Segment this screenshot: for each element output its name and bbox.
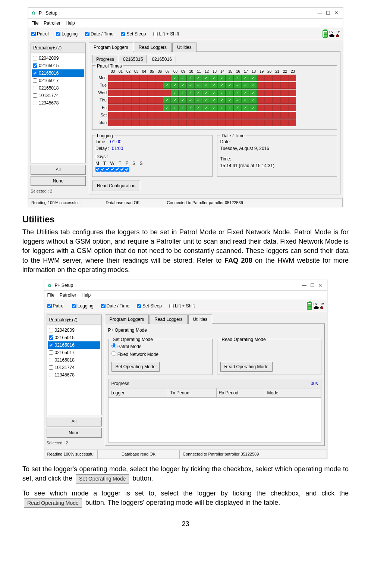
- patrol-cell[interactable]: [163, 75, 171, 81]
- patrol-cell[interactable]: [249, 119, 257, 126]
- patrol-cell[interactable]: [202, 75, 210, 81]
- menu-help[interactable]: Help: [82, 292, 91, 298]
- patrol-cell[interactable]: [273, 82, 280, 89]
- patrol-cell[interactable]: [147, 119, 155, 126]
- patrol-cell[interactable]: [163, 97, 171, 104]
- patrol-cell[interactable]: [226, 97, 233, 104]
- patrol-cell[interactable]: [288, 90, 296, 96]
- menu-file[interactable]: File: [47, 292, 54, 298]
- patrol-cell[interactable]: [132, 82, 139, 89]
- patrol-cell[interactable]: [265, 75, 273, 81]
- patrol-cell[interactable]: [218, 119, 226, 126]
- menu-patroller[interactable]: Patroller: [60, 292, 76, 298]
- patrol-cell[interactable]: [257, 82, 265, 89]
- patrol-cell[interactable]: [226, 119, 233, 126]
- patrol-cell[interactable]: [171, 104, 179, 111]
- patrol-cell[interactable]: [194, 104, 202, 111]
- patrol-cell[interactable]: [218, 112, 226, 119]
- patrol-cell[interactable]: [155, 104, 163, 111]
- patrol-cell[interactable]: [194, 119, 202, 126]
- patrol-cell[interactable]: [249, 104, 257, 111]
- patrol-cell[interactable]: [108, 82, 116, 89]
- patrol-cell[interactable]: [139, 112, 147, 119]
- patrol-cell[interactable]: [116, 112, 124, 119]
- patrol-cell[interactable]: [124, 119, 132, 126]
- patrol-cell[interactable]: [226, 75, 233, 81]
- logger-row[interactable]: 02042009: [48, 326, 100, 334]
- patrol-cell[interactable]: [273, 112, 280, 119]
- patrol-cell[interactable]: [218, 75, 226, 81]
- patrol-cell[interactable]: [132, 112, 139, 119]
- patrol-cell[interactable]: [226, 90, 233, 96]
- patrol-cell[interactable]: [280, 119, 288, 126]
- patrol-cell[interactable]: [186, 82, 194, 89]
- patrol-cell[interactable]: [202, 104, 210, 111]
- patrol-cell[interactable]: [249, 82, 257, 89]
- patrol-cell[interactable]: [186, 90, 194, 96]
- patrol-cell[interactable]: [241, 104, 249, 111]
- patrol-cell[interactable]: [171, 119, 179, 126]
- patrol-cell[interactable]: [163, 112, 171, 119]
- patrol-cell[interactable]: [132, 75, 139, 81]
- patrol-cell[interactable]: [202, 82, 210, 89]
- patrol-cell[interactable]: [233, 97, 241, 104]
- patrol-cell[interactable]: [280, 75, 288, 81]
- patrol-cell[interactable]: [179, 75, 186, 81]
- patrol-cell[interactable]: [179, 90, 186, 96]
- patrol-cell[interactable]: [210, 75, 218, 81]
- logger-row[interactable]: 12345678: [32, 99, 84, 107]
- patrol-cell[interactable]: [257, 119, 265, 126]
- patrol-cell[interactable]: [194, 75, 202, 81]
- patrol-cell[interactable]: [210, 119, 218, 126]
- logger-row[interactable]: 02165017: [32, 77, 84, 84]
- none-button[interactable]: None: [31, 176, 86, 186]
- chk-logging[interactable]: Logging: [72, 303, 94, 309]
- patrol-cell[interactable]: [155, 75, 163, 81]
- patrol-cell[interactable]: [233, 90, 241, 96]
- patrol-cell[interactable]: [202, 119, 210, 126]
- none-button[interactable]: None: [47, 428, 102, 438]
- patrol-cell[interactable]: [265, 90, 273, 96]
- chk-patrol[interactable]: Patrol: [47, 303, 65, 309]
- patrol-cell[interactable]: [226, 112, 233, 119]
- patrol-cell[interactable]: [171, 112, 179, 119]
- patrol-cell[interactable]: [273, 75, 280, 81]
- menu-help[interactable]: Help: [66, 20, 75, 26]
- tab-program-loggers[interactable]: Program Loggers: [89, 43, 133, 52]
- patrol-cell[interactable]: [241, 119, 249, 126]
- patrol-cell[interactable]: [108, 90, 116, 96]
- patrol-cell[interactable]: [186, 119, 194, 126]
- patrol-cell[interactable]: [241, 112, 249, 119]
- patrol-cell[interactable]: [155, 90, 163, 96]
- patrol-cell[interactable]: [265, 104, 273, 111]
- patrol-cell[interactable]: [124, 90, 132, 96]
- patrol-cell[interactable]: [273, 104, 280, 111]
- patrol-cell[interactable]: [249, 112, 257, 119]
- patrol-cell[interactable]: [265, 112, 273, 119]
- patrol-cell[interactable]: [132, 104, 139, 111]
- patrol-cell[interactable]: [147, 90, 155, 96]
- patrol-cell[interactable]: [288, 82, 296, 89]
- patrol-cell[interactable]: [233, 119, 241, 126]
- col-mode[interactable]: Mode: [265, 388, 321, 397]
- patrol-cell[interactable]: [171, 97, 179, 104]
- maximize-icon[interactable]: ☐: [308, 282, 317, 289]
- logger-row[interactable]: 02165017: [48, 349, 100, 356]
- logger-row[interactable]: 02042009: [32, 54, 84, 62]
- patrol-cell[interactable]: [288, 75, 296, 81]
- patrol-cell[interactable]: [241, 97, 249, 104]
- patrol-cell[interactable]: [179, 97, 186, 104]
- patrol-cell[interactable]: [273, 97, 280, 104]
- patrol-cell[interactable]: [108, 119, 116, 126]
- patrol-cell[interactable]: [139, 119, 147, 126]
- tab-read-loggers[interactable]: Read Loggers: [134, 43, 172, 52]
- all-button[interactable]: All: [47, 417, 102, 426]
- logger-row[interactable]: 02165015: [32, 62, 84, 69]
- logger-row[interactable]: 02165016: [32, 69, 84, 77]
- menu-patroller[interactable]: Patroller: [44, 20, 60, 26]
- patrol-cell[interactable]: [241, 90, 249, 96]
- patrol-grid[interactable]: MonTueWedThuFriSatSun: [95, 74, 334, 126]
- progress-tab-0[interactable]: 02165015: [119, 55, 147, 63]
- patrol-cell[interactable]: [163, 104, 171, 111]
- patrol-cell[interactable]: [171, 82, 179, 89]
